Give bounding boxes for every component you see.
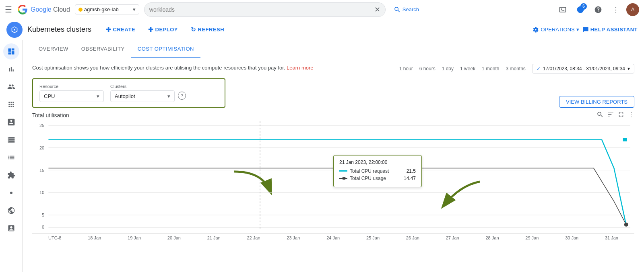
search-clear-icon[interactable]: ✕ [374, 5, 380, 14]
sidebar-item-people[interactable] [3, 79, 19, 95]
tooltip-cpu-request-label: Total CPU request [339, 168, 389, 174]
project-selector[interactable]: agmsb-gke-lab ▾ [75, 4, 139, 14]
time-1hour[interactable]: 1 hour [399, 66, 413, 72]
storage-icon [7, 136, 15, 144]
create-icon: ✚ [106, 26, 111, 33]
sidebar-item-dashboard[interactable] [3, 43, 19, 59]
search-input[interactable] [149, 6, 374, 13]
time-1week[interactable]: 1 week [460, 66, 475, 72]
tooltip-cpu-usage-value: 14.47 [404, 176, 416, 181]
time-1day[interactable]: 1 day [442, 66, 454, 72]
hamburger-icon[interactable]: ☰ [5, 5, 12, 14]
deploy-button[interactable]: ✚ DEPLOY [143, 24, 183, 36]
dot-icon [10, 192, 12, 194]
tabs-bar: OVERVIEW OBSERVABILITY COST OPTIMISATION [23, 40, 644, 58]
x-label-25jan: 25 Jan [366, 235, 380, 240]
operations-chevron-icon: ▾ [576, 27, 579, 33]
tooltip-cpu-usage-row: Total CPU usage 14.47 [339, 176, 416, 181]
bar-chart-icon [7, 65, 15, 73]
x-label-29jan: 29 Jan [525, 235, 539, 240]
x-label-28jan: 28 Jan [485, 235, 499, 240]
resource-value: CPU [44, 93, 55, 99]
view-billing-button[interactable]: VIEW BILLING REPORTS [559, 96, 634, 108]
help-icon-btn[interactable] [591, 2, 605, 17]
chart-header: Total utilisation ⋮ [32, 111, 634, 120]
globe-icon [7, 207, 15, 215]
sidebar-item-dot[interactable] [3, 185, 19, 201]
dashboard-icon [7, 47, 15, 55]
time-6hours[interactable]: 6 hours [419, 66, 436, 72]
chart-title: Total utilisation [32, 112, 69, 119]
sub-header-right: OPERATIONS ▾ HELP ASSISTANT [533, 27, 638, 33]
x-label-19jan: 19 Jan [128, 235, 141, 240]
content-body: Cost optimisation shows you how efficien… [23, 58, 644, 247]
notifications-btn[interactable]: 6 [573, 2, 588, 17]
kubernetes-icon [10, 25, 19, 34]
x-label-31jan: 31 Jan [605, 235, 618, 240]
chart-filter-icon[interactable] [607, 111, 614, 120]
svg-text:0: 0 [42, 225, 44, 229]
svg-text:20: 20 [39, 145, 44, 150]
search-button[interactable]: Search [394, 6, 419, 13]
operations-button[interactable]: OPERATIONS ▾ [533, 27, 579, 33]
sidebar-item-apps[interactable] [3, 96, 19, 112]
k8s-logo [6, 22, 23, 38]
sub-header-actions: ✚ CREATE ✚ DEPLOY ↻ REFRESH [101, 24, 229, 36]
tab-observability[interactable]: OBSERVABILITY [75, 40, 131, 58]
x-label-utc: UTC-8 [48, 235, 61, 240]
chart-more-icon[interactable]: ⋮ [628, 111, 634, 120]
time-1month[interactable]: 1 month [482, 66, 499, 72]
content-area: OVERVIEW OBSERVABILITY COST OPTIMISATION… [23, 40, 644, 272]
svg-rect-14 [623, 138, 627, 141]
chart-container: 25 20 15 10 5 0 [32, 121, 634, 234]
gcp-logo-icon [17, 4, 28, 15]
resource-label: Resource [39, 84, 104, 89]
more-options-btn[interactable]: ⋮ [609, 2, 623, 17]
x-label-20jan: 20 Jan [167, 235, 181, 240]
clusters-select[interactable]: Autopilot ▾ [110, 90, 175, 102]
time-3months[interactable]: 3 months [506, 66, 525, 72]
chart-search-icon[interactable] [597, 111, 604, 120]
list-icon [7, 153, 15, 162]
chart-expand-icon[interactable] [617, 111, 625, 120]
help-assistant-button[interactable]: HELP ASSISTANT [582, 27, 638, 33]
avatar[interactable]: A [626, 3, 639, 16]
svg-text:25: 25 [39, 123, 44, 128]
sidebar-item-grid[interactable] [3, 114, 19, 130]
sidebar-item-storage[interactable] [3, 132, 19, 148]
sidebar [0, 40, 23, 272]
operations-icon [533, 27, 539, 33]
clusters-value: Autopilot [115, 93, 135, 99]
filter-help-icon[interactable]: ? [178, 92, 186, 100]
sidebar-item-list[interactable] [3, 149, 19, 166]
x-label-22jan: 22 Jan [247, 235, 260, 240]
sidebar-item-globe[interactable] [3, 202, 19, 219]
learn-more-link[interactable]: Learn more [287, 65, 313, 71]
svg-text:5: 5 [42, 213, 44, 217]
time-range-selector[interactable]: ✓ 17/01/2023, 08:34 - 31/01/2023, 09:34 … [532, 64, 634, 74]
main-layout: OVERVIEW OBSERVABILITY COST OPTIMISATION… [0, 40, 644, 272]
search-label: Search [402, 6, 419, 12]
create-button[interactable]: ✚ CREATE [101, 24, 140, 36]
more-icon: ⋮ [612, 5, 620, 14]
box-icon [7, 224, 15, 232]
tab-cost-optimisation[interactable]: COST OPTIMISATION [131, 40, 200, 58]
resource-select[interactable]: CPU ▾ [39, 90, 104, 102]
x-label-30jan: 30 Jan [565, 235, 578, 240]
x-axis: UTC-8 18 Jan 19 Jan 20 Jan 21 Jan 22 Jan… [32, 234, 634, 240]
x-label-24jan: 24 Jan [326, 235, 340, 240]
terminal-icon-btn[interactable] [555, 2, 570, 17]
cpu-request-legend-icon [339, 170, 347, 172]
sidebar-item-box[interactable] [3, 220, 19, 236]
clusters-label: Clusters [110, 84, 186, 89]
sidebar-item-build[interactable] [3, 167, 19, 183]
tab-overview[interactable]: OVERVIEW [32, 40, 75, 58]
resource-filter-group: Resource CPU ▾ [39, 84, 104, 102]
tooltip-date: 21 Jan 2023, 22:00:00 [339, 160, 416, 165]
sidebar-item-chart[interactable] [3, 61, 19, 77]
refresh-button[interactable]: ↻ REFRESH [186, 24, 229, 36]
tooltip-cpu-usage-label: Total CPU usage [339, 176, 386, 181]
terminal-icon [559, 6, 567, 14]
time-controls: 1 hour 6 hours 1 day 1 week 1 month 3 mo… [399, 64, 634, 74]
clusters-filter-group: Clusters Autopilot ▾ ? [110, 84, 186, 102]
